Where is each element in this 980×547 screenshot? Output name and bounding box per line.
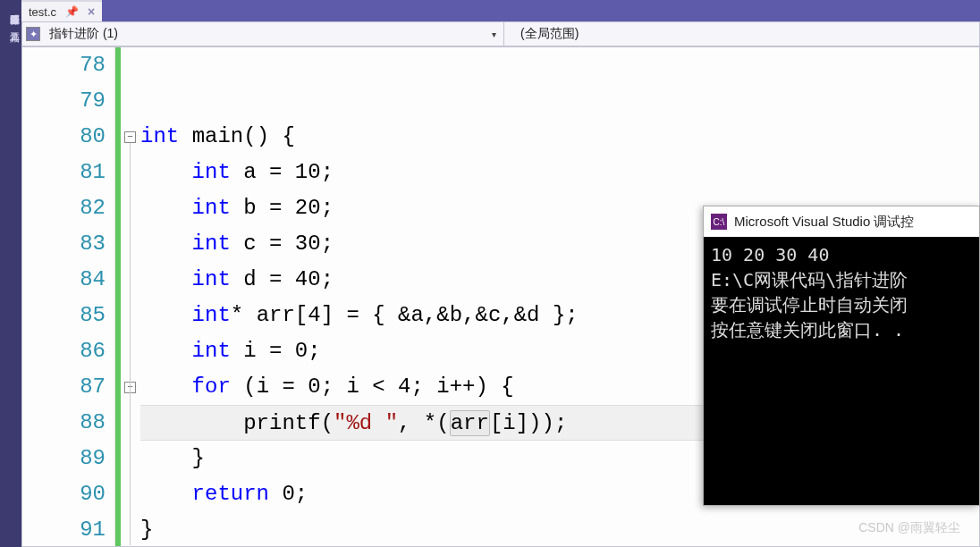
watermark: CSDN @雨翼轻尘 [858,520,960,536]
close-icon[interactable]: × [88,4,95,19]
code-line[interactable] [140,47,979,83]
nav-scope-global[interactable]: (全局范围) [504,22,979,46]
line-number: 91 [22,512,106,547]
nav-scope-project[interactable]: 指针进阶 (1) ▾ [44,22,504,46]
line-number: 86 [22,333,106,369]
chevron-down-icon: ▾ [492,29,496,39]
line-number: 90 [22,476,106,512]
line-number: 89 [22,441,106,476]
console-output: 10 20 30 40 E:\C网课代码\指针进阶 要在调试停止时自动关闭 按任… [704,237,979,505]
line-number: 87 [22,369,106,405]
side-panel: 服务器资源管理器 工具箱 [0,0,21,547]
line-number: 78 [22,47,106,83]
nav-project-icon[interactable]: ✦ [26,27,40,41]
tab-filename: test.c [29,5,56,19]
line-number: 85 [22,298,106,333]
vs-icon: C:\ [711,214,727,230]
tab-bar: test.c 📌 × [21,0,102,21]
console-window[interactable]: C:\ Microsoft Visual Studio 调试控 10 20 30… [703,206,980,506]
console-titlebar[interactable]: C:\ Microsoft Visual Studio 调试控 [704,206,979,237]
line-number: 82 [22,190,106,226]
code-line[interactable]: } [140,512,979,547]
line-number: 80 [22,119,106,155]
line-number: 79 [22,83,106,119]
fold-bar: − − [115,47,137,546]
line-number-gutter: 7879808182838485868788899091 [22,47,115,546]
fold-minus-icon[interactable]: − [124,131,136,143]
code-line[interactable]: int a = 10; [140,155,979,190]
code-line[interactable] [140,83,979,119]
line-number: 84 [22,262,106,298]
line-number: 83 [22,226,106,262]
navigator-bar: ✦ 指针进阶 (1) ▾ (全局范围) [21,21,980,46]
line-number: 88 [22,405,106,441]
tab-file[interactable]: test.c 📌 × [21,0,102,21]
code-line[interactable]: int main() { [140,119,979,155]
console-title-text: Microsoft Visual Studio 调试控 [734,214,914,231]
line-number: 81 [22,155,106,190]
pin-icon[interactable]: 📌 [65,5,79,18]
